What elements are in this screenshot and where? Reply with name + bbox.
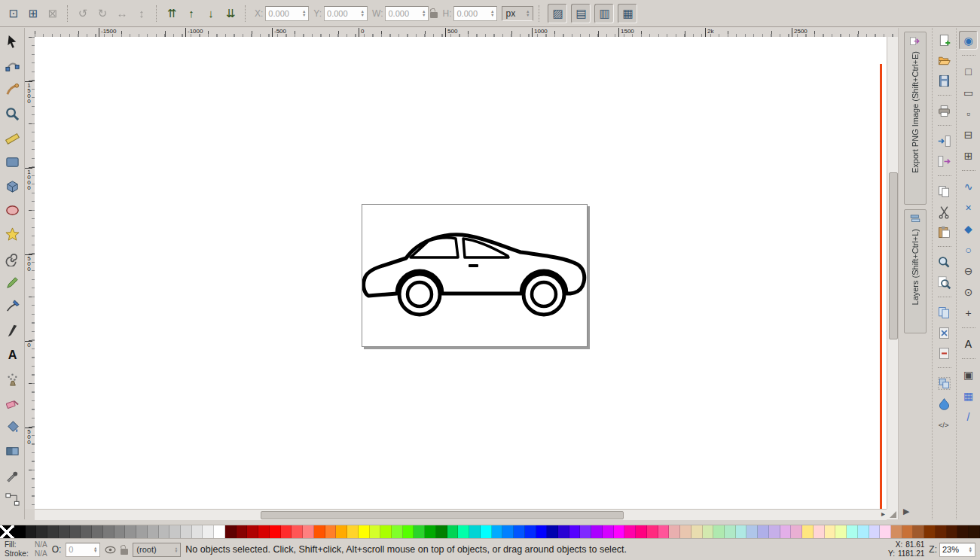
palette-swatch[interactable] xyxy=(325,525,337,539)
palette-swatch[interactable] xyxy=(203,525,214,539)
palette-swatch[interactable] xyxy=(902,525,914,539)
y-spinner[interactable]: ▲▼ xyxy=(361,10,365,17)
palette-swatch[interactable] xyxy=(957,525,969,539)
palette-swatch[interactable] xyxy=(703,525,714,539)
paint-bucket-tool-icon[interactable] xyxy=(2,417,22,437)
palette-swatch[interactable] xyxy=(680,525,691,539)
spin-down-icon[interactable]: ▼ xyxy=(490,14,494,17)
y-input[interactable]: 0.000 ▲▼ xyxy=(324,6,368,21)
tweak-tool-icon[interactable] xyxy=(2,80,22,99)
h-input[interactable]: 0.000 ▲▼ xyxy=(453,6,497,21)
palette-swatch[interactable] xyxy=(70,525,81,539)
scale-rounded-corners-toggle-icon[interactable]: ▤ xyxy=(571,4,591,23)
palette-swatch[interactable] xyxy=(658,525,670,539)
palette-swatch[interactable] xyxy=(303,525,314,539)
horizontal-scrollbar[interactable]: ▸ xyxy=(35,509,887,520)
palette-swatch[interactable] xyxy=(858,525,869,539)
bezier-pen-tool-icon[interactable] xyxy=(2,297,22,316)
flip-vertical-icon[interactable]: ↕ xyxy=(133,5,151,23)
palette-swatch[interactable] xyxy=(624,525,636,539)
spin-down-icon[interactable]: ▼ xyxy=(422,14,426,17)
palette-swatch[interactable] xyxy=(769,525,780,539)
cut-icon[interactable] xyxy=(936,202,954,221)
snap-enabled-icon[interactable]: ◉ xyxy=(959,31,978,50)
calligraphy-tool-icon[interactable] xyxy=(2,321,22,340)
layer-select[interactable]: (root) ▴▾ xyxy=(133,543,181,557)
palette-swatch[interactable] xyxy=(969,525,980,539)
snap-guides-icon[interactable]: / xyxy=(959,407,978,426)
xml-editor-icon[interactable]: </> xyxy=(936,415,954,433)
scroll-right-icon[interactable]: ▸ xyxy=(881,510,885,518)
palette-swatch[interactable] xyxy=(780,525,792,539)
palette-swatch[interactable] xyxy=(947,525,958,539)
move-patterns-toggle-icon[interactable]: ▦ xyxy=(618,4,637,23)
star-tool-icon[interactable] xyxy=(2,224,22,244)
spray-tool-icon[interactable] xyxy=(2,369,22,388)
dock-expander-icon[interactable]: ▶ xyxy=(903,507,909,516)
palette-swatch[interactable] xyxy=(636,525,647,539)
palette-swatch[interactable] xyxy=(603,525,614,539)
palette-swatch[interactable] xyxy=(924,525,936,539)
layer-lock-icon[interactable] xyxy=(121,549,128,555)
raise-icon[interactable]: ↑ xyxy=(182,5,200,23)
spiral-tool-icon[interactable] xyxy=(2,248,22,268)
unit-spinner[interactable]: ▲▼ xyxy=(526,10,530,17)
layer-dropdown-arrows[interactable]: ▴▾ xyxy=(176,546,178,553)
palette-swatch[interactable] xyxy=(835,525,847,539)
palette-swatch[interactable] xyxy=(103,525,114,539)
lower-to-bottom-icon[interactable]: ⇊ xyxy=(221,5,240,23)
x-spinner[interactable]: ▲▼ xyxy=(302,10,306,17)
palette-swatch[interactable] xyxy=(392,525,403,539)
w-spinner[interactable]: ▲▼ xyxy=(422,10,426,17)
palette-swatch[interactable] xyxy=(814,525,825,539)
palette-swatch[interactable] xyxy=(847,525,858,539)
palette-swatch[interactable] xyxy=(237,525,248,539)
canvas[interactable] xyxy=(35,37,887,509)
zoom-to-fit-page-icon[interactable] xyxy=(936,273,954,291)
copy-icon[interactable] xyxy=(936,182,954,200)
rotate-90-cw-icon[interactable]: ↻ xyxy=(93,5,111,23)
create-clone-icon[interactable] xyxy=(936,324,954,342)
palette-swatch[interactable] xyxy=(725,525,736,539)
palette-swatch[interactable] xyxy=(114,525,126,539)
palette-swatch[interactable] xyxy=(436,525,447,539)
spin-down-icon[interactable]: ▼ xyxy=(969,549,972,553)
palette-swatch[interactable] xyxy=(36,525,47,539)
palette-swatch[interactable] xyxy=(136,525,148,539)
palette-swatch[interactable] xyxy=(336,525,347,539)
fill-stroke-dialog-icon[interactable] xyxy=(936,394,954,412)
palette-swatch[interactable] xyxy=(181,525,192,539)
dropper-tool-icon[interactable] xyxy=(2,465,22,485)
palette-swatch[interactable] xyxy=(547,525,558,539)
palette-swatch[interactable] xyxy=(14,525,26,539)
palette-swatch[interactable] xyxy=(469,525,481,539)
paste-icon[interactable] xyxy=(936,223,954,241)
palette-swatch[interactable] xyxy=(447,525,459,539)
snap-nodes-paths-icon[interactable]: ∿ xyxy=(959,177,978,196)
raise-to-top-icon[interactable]: ⇈ xyxy=(163,5,181,23)
gradient-tool-icon[interactable] xyxy=(2,441,22,461)
snap-smooth-nodes-icon[interactable]: ○ xyxy=(959,240,978,259)
zoom-input[interactable]: 23% ▲▼ xyxy=(939,543,975,557)
palette-swatch[interactable] xyxy=(502,525,514,539)
palette-swatch[interactable] xyxy=(558,525,569,539)
open-document-icon[interactable] xyxy=(936,51,954,69)
zoom-tool-icon[interactable] xyxy=(2,104,22,123)
palette-swatch[interactable] xyxy=(59,525,70,539)
new-document-icon[interactable] xyxy=(936,31,954,49)
palette-swatch[interactable] xyxy=(669,525,680,539)
snap-bounding-box-icon[interactable]: □ xyxy=(959,62,978,81)
snap-object-centers-icon[interactable]: ⊙ xyxy=(959,282,978,301)
palette-swatch[interactable] xyxy=(347,525,359,539)
pencil-tool-icon[interactable] xyxy=(2,272,22,292)
box3d-tool-icon[interactable] xyxy=(2,176,22,196)
vertical-scrollbar[interactable] xyxy=(887,37,899,509)
palette-swatch[interactable] xyxy=(869,525,881,539)
palette-swatch[interactable] xyxy=(913,525,924,539)
palette-swatch[interactable] xyxy=(359,525,370,539)
palette-swatch[interactable] xyxy=(569,525,581,539)
dropdown-down-icon[interactable]: ▾ xyxy=(176,549,178,553)
palette-swatch[interactable] xyxy=(225,525,237,539)
palette-swatch[interactable] xyxy=(458,525,469,539)
snap-text-baseline-icon[interactable]: A xyxy=(959,334,978,353)
